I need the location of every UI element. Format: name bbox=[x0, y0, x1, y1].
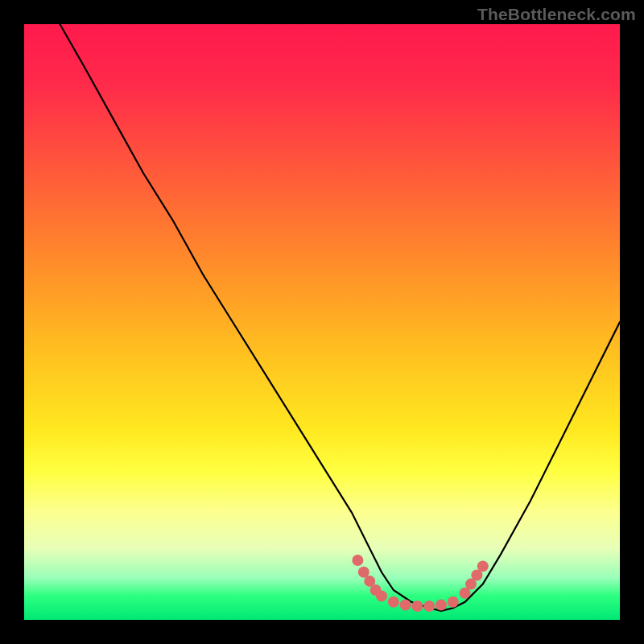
marker-dot bbox=[448, 597, 459, 608]
marker-dot bbox=[423, 601, 435, 612]
bottleneck-curve bbox=[60, 24, 620, 611]
curve-layer bbox=[24, 24, 620, 620]
optimal-range-markers bbox=[352, 555, 488, 612]
marker-dot bbox=[388, 597, 399, 608]
marker-dot bbox=[352, 555, 363, 566]
marker-dot bbox=[376, 590, 387, 601]
marker-dot bbox=[400, 600, 411, 611]
chart-frame: TheBottleneck.com bbox=[0, 0, 644, 644]
gradient-plot-area bbox=[24, 24, 620, 620]
marker-dot bbox=[477, 560, 489, 572]
watermark-text: TheBottleneck.com bbox=[477, 5, 636, 24]
marker-dot bbox=[411, 601, 423, 612]
marker-dot bbox=[436, 600, 447, 611]
